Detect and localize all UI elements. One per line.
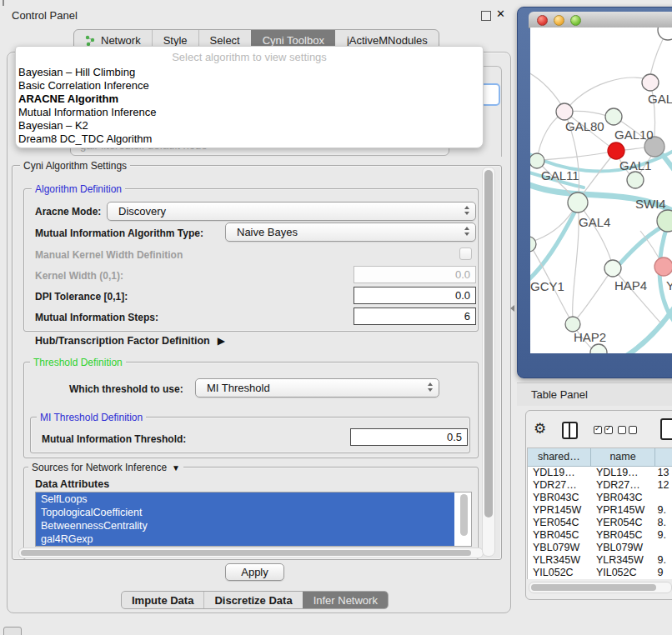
tab-impute-data[interactable]: Impute Data <box>122 592 203 608</box>
select-all-icon[interactable]: ✓ <box>604 426 613 434</box>
table-row[interactable]: YBR045CYBR045C9. <box>528 529 672 542</box>
table-row[interactable]: YLR345WYLR345W9. <box>528 554 672 567</box>
network-node[interactable] <box>556 103 573 120</box>
network-edge[interactable] <box>564 78 648 112</box>
apply-button[interactable]: Apply <box>225 563 284 581</box>
minimized-panel-button[interactable] <box>3 627 22 635</box>
attributes-vertical-scrollbar[interactable] <box>459 492 469 544</box>
mi-steps-field[interactable]: 6 <box>354 308 476 325</box>
settings-vertical-scrollbar[interactable] <box>482 167 495 557</box>
table-row[interactable]: YBR043CYBR043C <box>528 492 672 504</box>
network-edge[interactable] <box>624 306 672 353</box>
table-cell: YBR045C <box>528 529 591 542</box>
attribute-list-item[interactable]: TopologicalCoefficient <box>36 506 454 519</box>
table-row[interactable]: YDL19…YDL19…13 <box>528 467 672 479</box>
attribute-list-item[interactable]: gal4RGexp <box>36 532 454 546</box>
splitter-arrow-icon[interactable] <box>510 305 514 312</box>
tab-label: Select <box>210 34 240 47</box>
table-horizontal-scrollbar[interactable] <box>529 582 672 593</box>
algorithm-option[interactable]: Bayesian – Hill Climbing <box>16 66 483 79</box>
file-icon[interactable] <box>660 418 672 440</box>
table-column-header[interactable] <box>655 448 672 466</box>
table-header-row: shared…name <box>528 448 672 467</box>
window-zoom-button[interactable] <box>570 15 581 26</box>
bottom-tabbar: Impute Data Discretize Data Infer Networ… <box>121 591 389 609</box>
network-window-titlebar[interactable] <box>529 12 672 28</box>
mi-threshold-field[interactable]: 0.5 <box>350 428 468 446</box>
network-node[interactable] <box>608 142 624 159</box>
collapse-arrow-icon[interactable]: ▼ <box>172 463 180 472</box>
network-edge[interactable] <box>540 151 616 160</box>
columns-icon[interactable] <box>562 422 578 439</box>
network-node[interactable] <box>604 260 621 277</box>
hub-definition-toggle[interactable]: Hub/Transcription Factor Definition▶ <box>35 335 225 347</box>
network-node[interactable] <box>590 344 607 353</box>
table-column-header[interactable]: name <box>591 448 656 466</box>
expand-arrow-icon[interactable]: ▶ <box>218 335 225 347</box>
network-node[interactable] <box>642 74 659 91</box>
network-node[interactable] <box>530 237 536 252</box>
algorithm-option[interactable]: ARACNE Algorithm <box>16 92 483 106</box>
sources-group-title[interactable]: Sources for Network Inference▼ <box>28 462 183 473</box>
attribute-list-item[interactable]: BetweennessCentrality <box>36 519 454 532</box>
network-edge[interactable] <box>530 206 578 284</box>
table-row[interactable]: YER054CYER054C8. <box>528 517 672 529</box>
network-node[interactable] <box>658 28 672 40</box>
tab-infer-network[interactable]: Infer Network <box>303 592 388 608</box>
network-node-label: GAL1 <box>619 158 651 172</box>
select-all-icon[interactable]: ✓ <box>594 426 602 434</box>
settings-group-title: Cyni Algorithm Settings <box>20 160 130 172</box>
algorithm-option[interactable]: Basic Correlation Inference <box>16 79 483 92</box>
aracne-mode-combo[interactable]: Discovery <box>107 202 476 221</box>
network-node[interactable] <box>530 153 544 168</box>
algorithm-option-list: Bayesian – Hill ClimbingBasic Correlatio… <box>16 66 483 146</box>
table-row[interactable]: YBL079WYBL079W <box>528 542 672 554</box>
gear-icon[interactable]: ⚙ <box>534 422 546 436</box>
deselect-all-icon[interactable] <box>629 426 637 434</box>
aracne-mode-label: Aracne Mode: <box>35 206 101 218</box>
table-cell: 12 <box>656 479 672 492</box>
table-cell: 8. <box>656 517 672 529</box>
settings-horizontal-scrollbar[interactable] <box>18 548 484 558</box>
table-row[interactable]: YDR27…YDR27…12 <box>528 479 672 492</box>
deselect-all-icon[interactable] <box>618 426 626 434</box>
network-node[interactable] <box>654 258 672 276</box>
manual-kernel-checkbox[interactable] <box>459 248 472 260</box>
network-edge[interactable] <box>576 268 613 319</box>
tab-discretize-data[interactable]: Discretize Data <box>203 592 302 608</box>
network-node[interactable] <box>605 108 622 125</box>
window-close-button[interactable] <box>537 15 548 26</box>
window-minimize-button[interactable] <box>554 15 564 26</box>
algorithm-option[interactable]: Mutual Information Inference <box>16 106 483 119</box>
table-cell: YDL19… <box>528 467 591 479</box>
table-row[interactable]: YPR145WYPR145W9. <box>528 504 672 517</box>
node-table[interactable]: shared…nameYDL19…YDL19…13YDR27…YDR27…12Y… <box>527 448 672 579</box>
algorithm-option[interactable]: Dream8 DC_TDC Algorithm <box>16 132 483 146</box>
attribute-list-item[interactable]: SelfLoops <box>36 492 454 506</box>
control-panel-title: Control Panel <box>12 9 78 22</box>
table-column-header[interactable]: shared… <box>528 448 591 466</box>
table-cell: 9. <box>656 529 672 542</box>
which-threshold-combo[interactable]: MI Threshold <box>195 378 439 398</box>
mi-type-combo[interactable]: Naive Bayes <box>225 222 476 242</box>
table-cell <box>656 542 672 554</box>
threshold-definition-title: Threshold Definition <box>30 357 126 368</box>
algorithm-option[interactable]: Bayesian – K2 <box>16 119 483 132</box>
float-panel-icon[interactable] <box>481 11 491 21</box>
dpi-tolerance-field[interactable]: 0.0 <box>354 287 476 304</box>
table-cell: 9. <box>656 504 672 517</box>
network-edge[interactable] <box>573 202 579 318</box>
table-cell: YLR345W <box>528 554 591 567</box>
network-edge[interactable] <box>530 71 563 108</box>
network-node[interactable] <box>627 172 644 188</box>
network-edge[interactable] <box>613 268 660 322</box>
network-node[interactable] <box>568 192 588 212</box>
network-view-canvas[interactable]: GALGAL80GAL10GAL1GAL11SWI4GAL4GCY1HAP4YH… <box>530 28 672 353</box>
close-panel-icon[interactable]: ✕ <box>496 8 505 20</box>
table-row[interactable]: YIL052CYIL052C9 <box>528 567 672 579</box>
table-cell: YBR043C <box>591 492 656 504</box>
network-node-label: SWI4 <box>635 197 666 211</box>
network-icon <box>85 35 96 46</box>
data-attributes-list[interactable]: SelfLoopsTopologicalCoefficientBetweenne… <box>35 492 472 547</box>
mi-threshold-group-title: MI Threshold Definition <box>37 412 146 423</box>
